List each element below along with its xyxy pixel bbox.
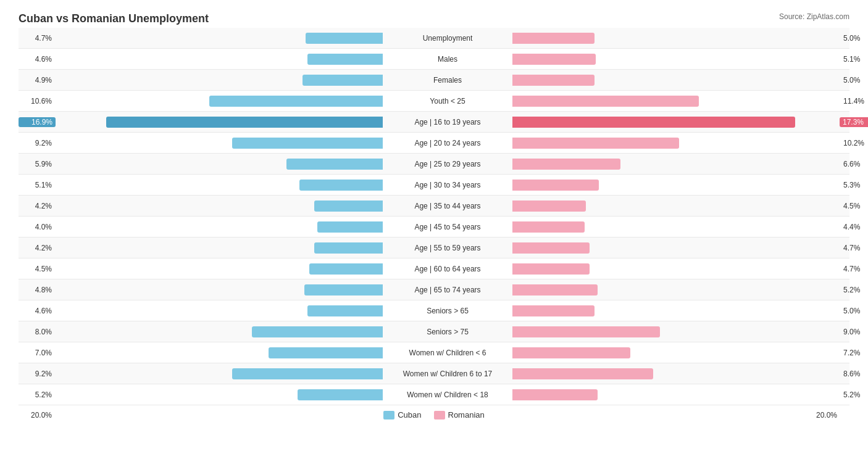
footer: 20.0% Cuban Romanian 20.0% <box>19 410 849 419</box>
bar-right-container <box>512 138 840 149</box>
bar-right <box>512 221 585 233</box>
value-right: 5.0% <box>840 307 868 315</box>
bar-left <box>307 305 383 316</box>
bar-left-container <box>56 54 383 65</box>
bar-left-container <box>56 368 383 379</box>
value-right: 5.2% <box>840 286 868 294</box>
chart-row: 4.2% Age | 55 to 59 years 4.7% <box>19 238 849 258</box>
source-label: Source: ZipAtlas.com <box>779 12 849 21</box>
row-label: Age | 20 to 24 years <box>383 139 512 147</box>
scale-right: 20.0% <box>812 411 849 419</box>
bar-right <box>512 389 598 400</box>
bar-left-container <box>56 284 383 295</box>
chart-row: 8.0% Seniors > 75 9.0% <box>19 321 849 342</box>
bar-left <box>299 180 383 191</box>
romanian-label: Romanian <box>448 410 485 419</box>
bar-right <box>512 347 630 358</box>
chart-row: 4.5% Age | 60 to 64 years 4.7% <box>19 258 849 279</box>
value-left: 4.6% <box>19 55 56 64</box>
cuban-color-box <box>383 411 394 419</box>
value-right: 6.6% <box>840 160 868 168</box>
bar-left <box>306 33 383 44</box>
chart-row: 4.7% Unemployment 5.0% <box>19 28 849 49</box>
row-label: Age | 16 to 19 years <box>383 118 512 126</box>
bar-right-container <box>512 180 840 191</box>
chart-row: 7.0% Women w/ Children < 6 7.2% <box>19 342 849 363</box>
value-left: 4.2% <box>19 202 56 210</box>
bar-right <box>512 263 590 275</box>
value-left: 5.2% <box>19 391 56 399</box>
bar-right-container <box>512 326 840 337</box>
bar-left-container <box>56 326 383 337</box>
value-right: 5.3% <box>840 181 868 189</box>
value-left: 9.2% <box>19 139 56 147</box>
bar-left-container <box>56 263 383 275</box>
bar-left <box>232 138 383 149</box>
row-label: Females <box>383 76 512 85</box>
cuban-label: Cuban <box>398 410 421 419</box>
bar-right <box>512 242 590 254</box>
value-right: 4.7% <box>840 244 868 252</box>
value-left: 16.9% <box>19 117 56 127</box>
bar-right-container <box>512 368 840 379</box>
bar-right <box>512 180 599 191</box>
value-right: 5.0% <box>840 76 868 85</box>
value-left: 4.7% <box>19 34 56 43</box>
bar-right <box>512 326 660 337</box>
value-right: 10.2% <box>840 139 868 147</box>
value-left: 4.0% <box>19 223 56 231</box>
bar-left-container <box>56 33 383 44</box>
bar-left-container <box>56 75 383 86</box>
row-label: Youth < 25 <box>383 97 512 105</box>
bar-left <box>304 284 383 295</box>
bar-left-container <box>56 347 383 358</box>
chart-row: 5.2% Women w/ Children < 18 5.2% <box>19 384 849 405</box>
row-label: Seniors > 65 <box>383 307 512 315</box>
bar-right-container <box>512 117 840 128</box>
legend-cuban: Cuban <box>383 410 421 419</box>
value-left: 5.9% <box>19 160 56 168</box>
bar-right-container <box>512 96 840 107</box>
chart-row: 4.0% Age | 45 to 54 years 4.4% <box>19 217 849 238</box>
chart-row: 9.2% Age | 20 to 24 years 10.2% <box>19 133 849 154</box>
bar-right-container <box>512 284 840 295</box>
chart-area: 4.7% Unemployment 5.0% 4.6% Males 5.1% 4… <box>19 28 849 405</box>
bar-right-container <box>512 389 840 400</box>
romanian-color-box <box>434 411 445 419</box>
scale-left: 20.0% <box>19 411 56 419</box>
bar-left <box>314 242 383 254</box>
bar-left <box>106 117 383 128</box>
row-label: Age | 55 to 59 years <box>383 244 512 252</box>
bar-left <box>209 96 383 107</box>
value-left: 10.6% <box>19 97 56 105</box>
chart-row: 9.2% Women w/ Children 6 to 17 8.6% <box>19 363 849 384</box>
bar-right <box>512 138 679 149</box>
bar-right-container <box>512 347 840 358</box>
row-label: Age | 60 to 64 years <box>383 265 512 273</box>
value-left: 4.2% <box>19 244 56 252</box>
bar-right <box>512 117 795 128</box>
value-left: 5.1% <box>19 181 56 189</box>
value-left: 7.0% <box>19 349 56 357</box>
row-label: Age | 35 to 44 years <box>383 202 512 210</box>
value-right: 5.0% <box>840 34 868 43</box>
bar-right-container <box>512 159 840 170</box>
value-right: 5.1% <box>840 55 868 64</box>
bar-left <box>286 159 383 170</box>
legend-romanian: Romanian <box>434 410 485 419</box>
bar-left <box>303 75 383 86</box>
value-left: 9.2% <box>19 370 56 378</box>
bar-left <box>314 200 383 212</box>
chart-row: 5.9% Age | 25 to 29 years 6.6% <box>19 154 849 175</box>
bar-left-container <box>56 180 383 191</box>
bar-right-container <box>512 221 840 233</box>
row-label: Unemployment <box>383 34 512 43</box>
value-left: 4.8% <box>19 286 56 294</box>
chart-row: 4.6% Males 5.1% <box>19 49 849 70</box>
chart-row: 5.1% Age | 30 to 34 years 5.3% <box>19 175 849 196</box>
value-right: 7.2% <box>840 349 868 357</box>
bar-right <box>512 200 586 212</box>
chart-row: 16.9% Age | 16 to 19 years 17.3% <box>19 112 849 133</box>
bar-right-container <box>512 75 840 86</box>
row-label: Women w/ Children < 6 <box>383 349 512 357</box>
